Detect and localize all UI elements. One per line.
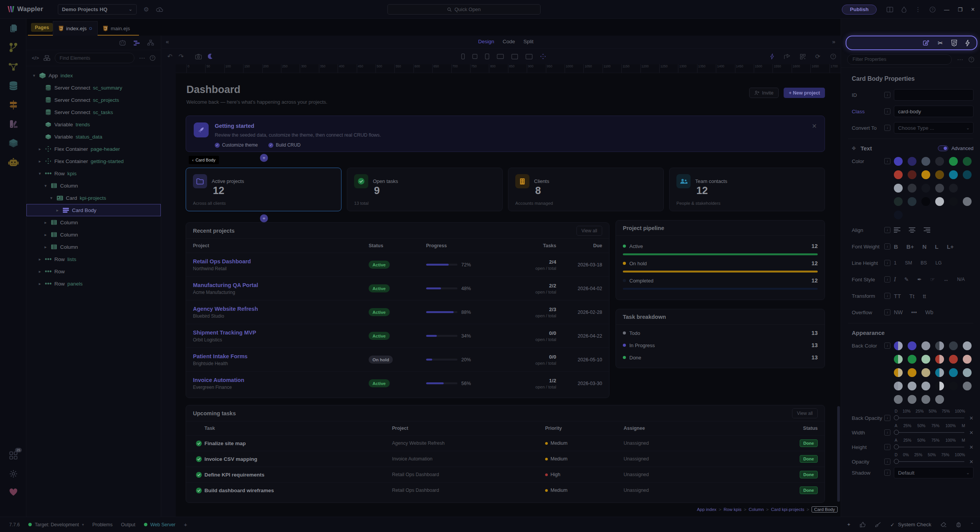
color-swatch[interactable] [921, 382, 930, 390]
tick-label[interactable]: 0% [903, 452, 909, 457]
color-swatch[interactable] [908, 382, 916, 390]
color-swatch[interactable] [894, 157, 903, 166]
project-link[interactable]: Agency Website Refresh [193, 306, 369, 312]
slider-knob[interactable] [894, 459, 899, 464]
quick-open-search[interactable]: Quick Open [387, 4, 541, 15]
hand-icon[interactable]: ☞ [930, 276, 935, 282]
tree-item-row[interactable]: ▸Row [26, 265, 161, 277]
view-mode-code[interactable]: Code [503, 39, 515, 44]
color-swatch[interactable] [921, 157, 930, 166]
rail-item-ai-assistant[interactable] [0, 153, 26, 172]
device-phone-icon[interactable] [461, 54, 465, 59]
rail-item-layers[interactable] [0, 134, 26, 153]
color-swatch[interactable] [908, 395, 916, 404]
option-tt[interactable]: Tt [909, 293, 914, 299]
color-swatch[interactable] [908, 157, 916, 166]
filter-properties-input[interactable]: Filter Properties [847, 54, 952, 65]
tab-index-ejs[interactable]: index.ejs [53, 21, 98, 36]
add-panel-icon[interactable]: + [184, 521, 187, 528]
tick-label[interactable]: 25% [914, 452, 922, 457]
redo-icon[interactable]: ↷ [178, 53, 183, 60]
highlight-icon[interactable]: ✎ [904, 276, 909, 282]
output-button[interactable]: Output [121, 522, 136, 527]
cloud-sync-icon[interactable] [156, 7, 163, 12]
tree-item-index[interactable]: ▾Appindex [26, 69, 161, 82]
tree-item-kpis[interactable]: ▾Rowkpis [26, 167, 161, 180]
project-link[interactable]: Invoice Automation [193, 377, 369, 383]
tick-label[interactable]: M [962, 438, 965, 442]
color-swatch[interactable] [963, 197, 972, 206]
color-swatch[interactable] [935, 184, 944, 193]
rail-item-design[interactable] [0, 114, 26, 134]
dynamic-actions-icon[interactable] [965, 40, 970, 46]
chevron-down-icon[interactable]: ▾ [32, 73, 36, 78]
option-bs[interactable]: BS [921, 260, 927, 266]
tree-item-column[interactable]: ▸Column [26, 216, 161, 228]
tick-label[interactable]: 10% [903, 409, 911, 413]
color-swatch[interactable] [921, 395, 930, 404]
edit-element-icon[interactable] [923, 40, 929, 46]
rail-item-routes[interactable] [0, 95, 26, 114]
chevron-right-icon[interactable]: ▸ [43, 245, 48, 250]
rail-item-community[interactable] [0, 483, 26, 501]
option-1[interactable]: 1 [894, 260, 897, 266]
slider-track[interactable] [894, 429, 965, 436]
rail-item-settings[interactable] [0, 465, 26, 483]
italic-icon[interactable]: I [894, 276, 896, 283]
target-selector[interactable]: Target: Development ▾ [28, 522, 84, 527]
refresh-icon[interactable]: ⟳ [815, 53, 820, 60]
chevron-down-icon[interactable]: ▾ [43, 183, 48, 188]
color-swatch[interactable] [949, 355, 958, 364]
breadcrumb-item[interactable]: Row kpis [724, 507, 742, 512]
kpi-card-clients[interactable]: Clients8Accounts managed [508, 168, 664, 211]
option-tt[interactable]: TT [894, 293, 901, 299]
rail-item-pages[interactable] [0, 19, 26, 38]
tick-label[interactable]: 50% [917, 438, 925, 442]
list-view-icon[interactable] [134, 40, 140, 46]
color-swatch[interactable] [935, 368, 944, 377]
option-n[interactable]: N [922, 243, 926, 250]
insert-before-button[interactable]: + [260, 154, 268, 162]
clear-icon[interactable]: ✕ [965, 459, 973, 465]
tree-item-column[interactable]: ▸Column [26, 228, 161, 241]
insert-after-button[interactable]: + [260, 214, 268, 222]
kpi-card-team-contacts[interactable]: Team contacts12People & stakeholders [669, 168, 825, 211]
breadcrumb-item[interactable]: Card Body [812, 506, 838, 512]
shadow-select[interactable]: Default ⌄ [894, 467, 973, 478]
color-swatch[interactable] [908, 184, 916, 193]
responsive-resize-icon[interactable] [540, 54, 546, 59]
dark-mode-icon[interactable] [208, 54, 213, 59]
chevron-right-icon[interactable]: ▸ [38, 281, 42, 286]
restore-button[interactable]: ❐ [958, 7, 963, 13]
expand-panel-icon[interactable]: » [832, 38, 835, 45]
pages-button[interactable]: Pages [31, 23, 53, 32]
chevron-down-icon[interactable]: ▾ [49, 196, 54, 201]
tick-label[interactable]: 100% [946, 423, 956, 428]
qr-code-icon[interactable] [800, 54, 805, 59]
system-check-button[interactable]: ✓ System Check [890, 522, 931, 528]
clear-icon[interactable]: ✕ [965, 444, 973, 450]
kpi-card-active-projects[interactable]: Active projects12Across all clients [186, 168, 341, 211]
tick-label[interactable]: 50% [917, 423, 925, 428]
tick-label[interactable]: 100% [955, 452, 965, 457]
breadcrumb-item[interactable]: Card kpi-projects [771, 507, 804, 512]
rail-item-workflows[interactable] [0, 57, 26, 76]
help-icon[interactable]: ? [929, 7, 936, 13]
color-swatch[interactable] [894, 355, 903, 364]
rail-item-database[interactable] [0, 76, 26, 95]
device-desktop-icon[interactable] [511, 54, 518, 59]
css-styles-icon[interactable] [951, 40, 957, 46]
slider-track[interactable] [894, 459, 965, 465]
align-left-icon[interactable] [894, 227, 900, 233]
tick-label[interactable]: M [962, 423, 965, 428]
color-swatch[interactable] [921, 197, 930, 206]
color-swatch[interactable] [963, 382, 972, 390]
color-swatch[interactable] [894, 197, 903, 206]
convert-to-select[interactable]: Choose Type ... ⌄ [894, 122, 973, 134]
tick-label[interactable]: A [895, 438, 897, 442]
actions-lightning-icon[interactable] [770, 54, 774, 59]
color-swatch[interactable] [894, 211, 903, 219]
advanced-toggle[interactable] [938, 145, 948, 151]
clear-icon[interactable]: ✕ [965, 415, 973, 421]
color-swatch[interactable] [935, 157, 944, 166]
